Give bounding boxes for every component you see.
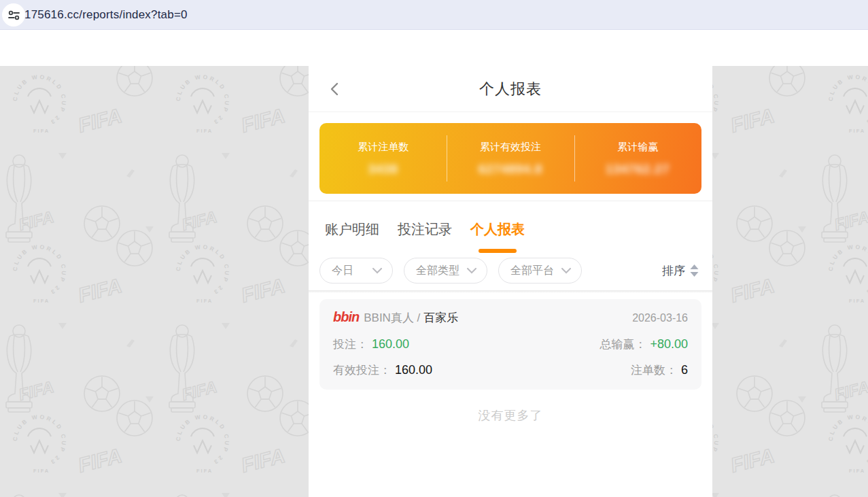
win-value: +80.00 <box>650 337 688 352</box>
tab-label: 个人报表 <box>470 222 525 237</box>
valid-bet-label: 有效投注： <box>333 362 391 378</box>
filter-label: 全部类型 <box>416 264 459 278</box>
stat-value-masked: 6274894.8 <box>479 162 542 177</box>
filter-date-dropdown[interactable]: 今日 <box>319 258 393 284</box>
site-settings-button[interactable] <box>2 3 25 27</box>
stat-win-loss: 累计输赢 134762.27 <box>574 123 701 194</box>
filter-section-shadow <box>309 290 712 293</box>
stat-valid-bets: 累计有效投注 6274894.8 <box>447 123 574 194</box>
active-tab-underline <box>479 249 517 253</box>
no-more-text: 没有更多了 <box>309 407 712 424</box>
stat-value-masked: 134762.27 <box>606 162 670 177</box>
bet-count-label: 注单数： <box>631 362 677 378</box>
filter-label: 全部平台 <box>510 264 554 278</box>
provider-name: BBIN真人 / <box>364 310 420 326</box>
screen: CLUB WORLD CUP 23 FIFA FIFA <box>0 0 868 497</box>
app-panel: 个人报表 累计注单数 3438 累计有效投注 6274894.8 累计输赢 13… <box>309 66 712 497</box>
chevron-down-icon <box>372 268 382 274</box>
record-header-row: bbin BBIN真人 / 百家乐 2026-03-16 <box>333 309 688 326</box>
summary-stats-card: 累计注单数 3438 累计有效投注 6274894.8 累计输赢 134762.… <box>319 123 701 194</box>
win-label: 总输赢： <box>600 337 646 352</box>
sort-arrows-icon <box>690 264 699 277</box>
url-text[interactable]: 175616.cc/reports/index?tab=0 <box>24 0 188 30</box>
stat-label: 累计注单数 <box>358 141 409 154</box>
game-name: 百家乐 <box>423 310 458 326</box>
filter-platform-dropdown[interactable]: 全部平台 <box>498 258 582 284</box>
record-middle-row: 投注： 160.00 总输赢： +80.00 <box>333 337 688 352</box>
stat-label: 累计有效投注 <box>480 141 541 154</box>
filter-bar: 今日 全部类型 全部平台 <box>319 258 701 284</box>
report-list-item[interactable]: bbin BBIN真人 / 百家乐 2026-03-16 投注： 160.00 … <box>319 299 701 390</box>
app-header: 个人报表 <box>309 66 712 112</box>
page-top-spacer <box>0 30 868 66</box>
stat-value-masked: 3438 <box>368 162 398 177</box>
sort-label: 排序 <box>662 263 685 279</box>
bet-count-value: 6 <box>681 363 688 377</box>
chevron-down-icon <box>561 268 571 274</box>
browser-address-bar[interactable]: 175616.cc/reports/index?tab=0 <box>0 0 868 30</box>
filter-label: 今日 <box>332 264 353 278</box>
record-date: 2026-03-16 <box>632 312 688 324</box>
tab-bet-records[interactable]: 投注记录 <box>398 220 452 241</box>
section-divider <box>309 201 712 201</box>
tab-bar: 账户明细 投注记录 个人报表 <box>325 210 525 251</box>
page-title: 个人报表 <box>309 66 712 112</box>
tab-personal-report[interactable]: 个人报表 <box>470 220 525 241</box>
tune-sliders-icon <box>7 9 20 22</box>
bet-value: 160.00 <box>372 337 409 352</box>
bet-label: 投注： <box>333 337 368 352</box>
valid-bet-value: 160.00 <box>395 363 432 377</box>
bbin-logo: bbin <box>333 309 359 325</box>
record-bottom-row: 有效投注： 160.00 注单数： 6 <box>333 362 688 378</box>
sort-control[interactable]: 排序 <box>662 258 699 284</box>
tab-account-details[interactable]: 账户明细 <box>325 220 379 241</box>
stat-total-bets: 累计注单数 3438 <box>319 123 447 194</box>
filter-type-dropdown[interactable]: 全部类型 <box>404 258 487 284</box>
chevron-down-icon <box>467 268 476 274</box>
page-background: CLUB WORLD CUP 23 FIFA FIFA <box>0 66 868 497</box>
stat-label: 累计输赢 <box>617 141 658 154</box>
